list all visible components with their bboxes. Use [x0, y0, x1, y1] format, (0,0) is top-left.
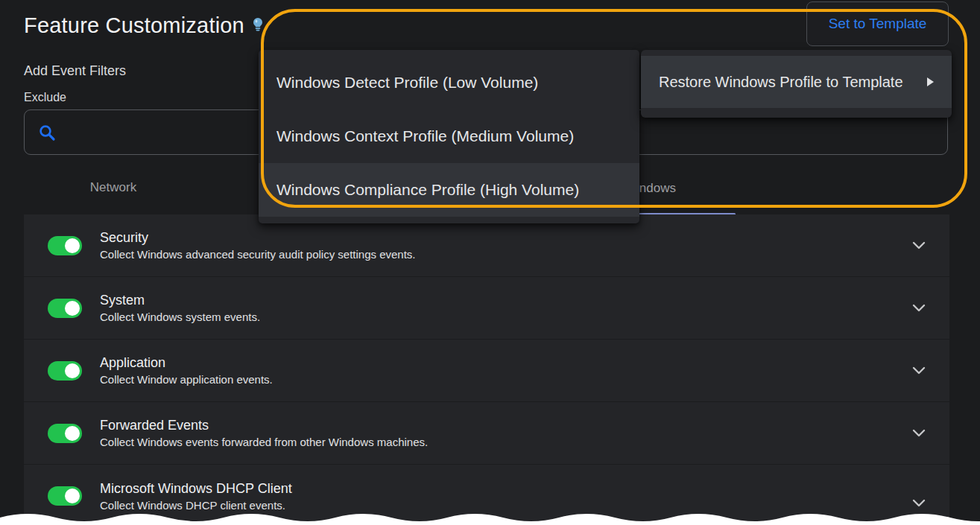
toggle-system[interactable]: [48, 299, 82, 318]
feature-description: Collect Windows advanced security audit …: [100, 248, 416, 261]
menu-item-windows-detect-profile[interactable]: Windows Detect Profile (Low Volume): [259, 56, 639, 109]
tab-network[interactable]: Network: [46, 180, 180, 195]
feature-description: Collect Windows events forwarded from ot…: [100, 436, 428, 448]
menu-item-restore-windows-profile[interactable]: Restore Windows Profile to Template: [641, 56, 952, 108]
feature-title: Application: [100, 355, 273, 371]
feature-row-dhcp-client: Microsoft Windows DHCP Client Collect Wi…: [24, 465, 949, 525]
feature-title: Forwarded Events: [100, 418, 428, 433]
toggle-knob: [65, 426, 80, 441]
chevron-down-icon[interactable]: [912, 304, 926, 313]
toggle-knob: [65, 301, 80, 316]
chevron-down-icon[interactable]: [912, 429, 926, 438]
feature-description: Collect Window application events.: [100, 373, 273, 386]
submenu-item-label: Restore Windows Profile to Template: [659, 74, 917, 91]
toggle-forwarded-events[interactable]: [48, 424, 82, 443]
chevron-down-icon[interactable]: [912, 499, 926, 508]
menu-item-windows-compliance-profile[interactable]: Windows Compliance Profile (High Volume): [259, 163, 639, 217]
toggle-knob: [65, 363, 80, 378]
profile-dropdown-menu: Windows Detect Profile (Low Volume) Wind…: [259, 50, 639, 223]
feature-row-forwarded-events: Forwarded Events Collect Windows events …: [24, 402, 949, 464]
feature-description: Collect Windows system events.: [100, 311, 260, 323]
chevron-down-icon[interactable]: [912, 366, 926, 375]
toggle-application[interactable]: [48, 361, 82, 381]
chevron-right-icon: [927, 77, 934, 86]
menu-item-windows-context-profile[interactable]: Windows Context Profile (Medium Volume): [259, 109, 639, 163]
toggle-knob: [65, 238, 80, 253]
restore-submenu-panel: Restore Windows Profile to Template: [641, 50, 952, 118]
page-title: Feature Customization: [24, 13, 244, 38]
feature-row-system: System Collect Windows system events.: [24, 277, 949, 339]
feature-row-security: Security Collect Windows advanced securi…: [24, 214, 949, 276]
set-to-template-button[interactable]: Set to Template: [806, 1, 949, 46]
feature-title: Security: [100, 230, 416, 246]
feature-row-application: Application Collect Window application e…: [24, 340, 949, 401]
lightbulb-icon[interactable]: [252, 17, 264, 32]
feature-description: Collect Windows DHCP client events.: [100, 499, 292, 512]
feature-title: System: [100, 293, 260, 308]
toggle-knob: [65, 489, 80, 503]
toggle-security[interactable]: [48, 236, 82, 255]
chevron-down-icon[interactable]: [912, 241, 926, 250]
add-event-filters-label: Add Event Filters: [24, 63, 126, 79]
exclude-label: Exclude: [24, 91, 66, 104]
search-icon: [38, 124, 56, 141]
toggle-dhcp-client[interactable]: [48, 486, 82, 506]
feature-title: Microsoft Windows DHCP Client: [100, 481, 292, 497]
